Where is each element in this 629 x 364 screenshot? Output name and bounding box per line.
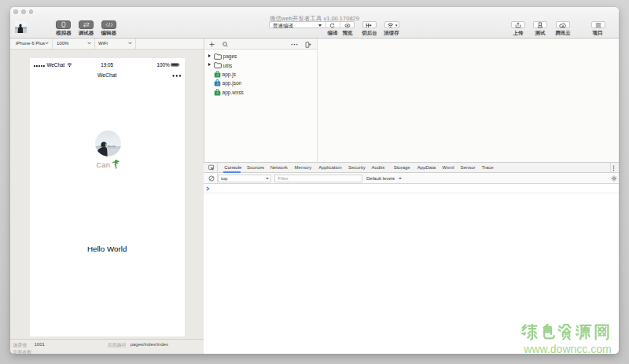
svg-text:JS: JS (216, 74, 219, 77)
svg-text:JN: JN (216, 83, 219, 86)
